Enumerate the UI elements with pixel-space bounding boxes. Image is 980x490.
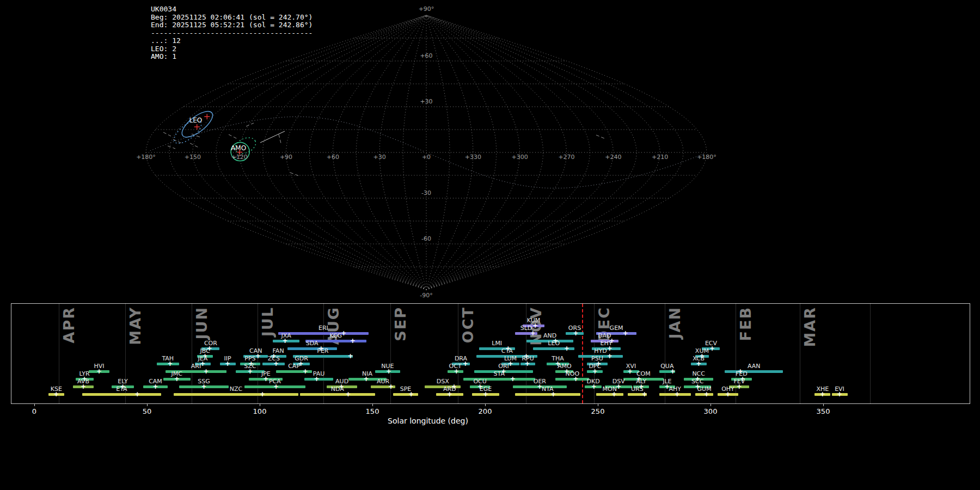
grid-meridian [379, 15, 426, 290]
shower-peak-marker-MON: + [611, 391, 617, 397]
shower-peak-marker-TAH: + [167, 360, 173, 367]
x-tick [34, 403, 35, 406]
meteor-trail-segment [246, 123, 254, 126]
shower-peak-marker-XVI: + [627, 368, 633, 375]
shower-activity-timeline: APRMAYJUNJULAUGSEPOCTNOVDECJANFEBMARKUM+… [11, 303, 970, 404]
shower-peak-marker-NUE: + [386, 368, 391, 375]
shower-peak-marker-NTA: + [550, 391, 556, 397]
meteor-trail-segment [229, 134, 237, 139]
shower-bar-ERI [278, 332, 369, 335]
shower-peak-marker-URS: + [642, 391, 647, 397]
lon-grid-label: +300 [512, 154, 528, 161]
shower-peak-marker-CAM: + [152, 383, 158, 390]
shower-bar-NDA [300, 393, 376, 396]
shower-label-NDA: NDA [331, 386, 344, 392]
month-label-may: MAY [127, 307, 144, 345]
grid-meridian [426, 15, 660, 290]
shower-label-LEO: LEO [548, 340, 560, 346]
lon-grid-label: +180° [697, 154, 716, 161]
shower-label-ETA: ETA [116, 386, 127, 392]
meteor-trail-segment [279, 134, 281, 143]
shower-peak-marker-CAN: + [255, 353, 261, 359]
shower-peak-marker-KSE: + [53, 391, 59, 397]
x-tick [598, 403, 598, 406]
shower-label-HYD: HYD [594, 348, 607, 354]
lon-grid-label: +270 [558, 154, 574, 161]
x-tick-label: 50 [143, 407, 152, 415]
shower-peak-marker-KCG: + [350, 338, 356, 344]
shower-peak-marker-NOO: + [573, 376, 579, 382]
shower-peak-marker-EHY: + [607, 345, 612, 352]
meteor-trail-segment [596, 135, 605, 139]
meteor-trail-segment [190, 143, 200, 148]
meteor-trail-segment [173, 139, 183, 144]
lon-grid-label: +0 [422, 154, 431, 161]
shower-label-STA: STA [494, 371, 505, 377]
shower-label-DSX: DSX [437, 378, 449, 384]
lon-grid-label: +150 [185, 154, 201, 161]
month-label-sep: SEP [392, 307, 409, 341]
shower-peak-marker-ORS: + [573, 330, 579, 336]
shower-peak-marker-DKD: + [591, 383, 597, 390]
meteor-trail-segment [168, 146, 175, 149]
grid-meridian [426, 15, 707, 290]
lon-grid-label: +240 [605, 154, 621, 161]
shower-peak-marker-SPE: + [408, 391, 414, 397]
radiant-label-AMO: AMO [231, 144, 246, 152]
shower-peak-marker-HVI: + [96, 368, 102, 375]
grid-meridian [309, 15, 426, 290]
shower-peak-marker-JMC: + [174, 376, 180, 382]
shower-label-LMI: LMI [492, 340, 502, 346]
shower-peak-marker-HYD: + [607, 353, 612, 359]
info-count-sporadic: ...: 12 [151, 36, 181, 45]
shower-peak-marker-SSG: + [201, 383, 206, 390]
shower-peak-marker-ZCS: + [273, 360, 279, 367]
shower-label-ARI: ARI [191, 363, 201, 369]
x-tick-label: 200 [479, 407, 492, 415]
month-boundary-line [870, 304, 871, 403]
month-boundary-line [192, 304, 192, 403]
shower-peak-marker-EGE: + [483, 391, 488, 397]
shower-bar-AAN [725, 370, 783, 373]
x-axis-title: Solar longitude (deg) [388, 416, 468, 425]
shower-peak-marker-AHY: + [675, 391, 680, 397]
x-tick [710, 403, 711, 406]
lat-grid-label: -60 [421, 235, 431, 242]
shower-peak-marker-EVI: + [837, 391, 842, 397]
shower-peak-marker-XCB: + [696, 360, 701, 367]
shower-peak-marker-STA: + [510, 376, 516, 382]
x-tick [260, 403, 260, 406]
shower-bar-MON [596, 393, 623, 396]
shower-peak-marker-SLD: + [530, 330, 536, 336]
info-count-leo: LEO: 2 [151, 45, 176, 53]
month-label-jun: JUN [193, 307, 210, 340]
lat-grid-label: +90° [419, 5, 434, 13]
shower-peak-marker-DPC: + [592, 368, 598, 375]
info-begin-time: Beg: 20251125 02:06:41 (sol = 242.70°) [151, 13, 313, 21]
shower-peak-marker-AUR: + [388, 383, 394, 390]
grid-meridian [333, 15, 426, 290]
month-boundary-line [800, 304, 800, 403]
shower-label-KCG: KCG [329, 333, 342, 339]
shower-peak-marker-OCT: + [454, 368, 459, 375]
lon-grid-label: +90 [280, 154, 292, 161]
grid-meridian [426, 15, 473, 290]
shower-peak-marker-PCA: + [273, 383, 279, 390]
radiant-map-screen: LEOAMO+180°+150+120+90+60+30+0+330+300+2… [0, 0, 980, 490]
shower-peak-marker-XHE: + [820, 391, 825, 397]
shower-peak-marker-KUM: + [532, 322, 538, 329]
shower-peak-marker-SZC: + [247, 368, 253, 375]
meteor-trail-segment-bright [260, 131, 285, 143]
month-label-feb: FEB [737, 307, 754, 341]
shower-label-ERI: ERI [318, 325, 328, 331]
shower-peak-marker-NIA: + [364, 376, 369, 382]
shower-bar-SDA [287, 347, 337, 350]
shower-peak-marker-NDA: + [345, 391, 351, 397]
x-tick-label: 300 [704, 407, 718, 415]
x-tick-label: 350 [817, 407, 830, 415]
shower-bar-NOO [555, 378, 589, 381]
x-tick [372, 403, 373, 406]
shower-peak-marker-ARI: + [204, 368, 209, 375]
month-label-jul: JUL [259, 307, 276, 336]
month-boundary-line [458, 304, 458, 403]
